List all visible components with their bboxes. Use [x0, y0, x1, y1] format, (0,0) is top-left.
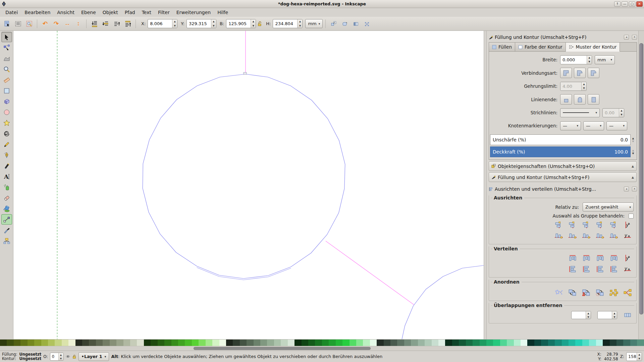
toggle-move-gradients-button[interactable] [351, 18, 361, 29]
palette-swatch[interactable] [267, 340, 274, 346]
menu-filter[interactable]: Filter [155, 9, 173, 16]
palette-swatch[interactable] [603, 340, 609, 346]
palette-swatch[interactable] [254, 340, 260, 346]
toggle-move-patterns-button[interactable] [362, 18, 372, 29]
tab-fill[interactable]: Füllen [489, 43, 515, 51]
palette-swatch[interactable] [507, 340, 514, 346]
distribute-text-anchors-vertical[interactable] [622, 264, 634, 274]
unclump-objects[interactable] [622, 288, 634, 297]
select-all-layers-button[interactable] [13, 18, 23, 29]
cap-round-button[interactable] [574, 94, 586, 105]
tab-stroke-style[interactable]: Muster der Kontur [566, 43, 620, 52]
tool-selector[interactable] [1, 32, 12, 42]
palette-swatch[interactable] [192, 340, 199, 346]
palette-swatch[interactable] [527, 340, 534, 346]
palette-swatch[interactable] [164, 340, 171, 346]
arrange-as-graph[interactable] [553, 288, 565, 297]
deselect-button[interactable] [24, 18, 34, 29]
overlap-v-gap-input[interactable] [598, 311, 612, 319]
tool-paint-bucket[interactable] [1, 203, 12, 214]
palette-swatch[interactable] [260, 340, 267, 346]
menu-bearbeiten[interactable]: Bearbeiten [21, 9, 54, 16]
tool-dropper[interactable] [1, 225, 12, 235]
menu-datei[interactable]: Datei [2, 9, 21, 16]
palette-swatch[interactable] [432, 340, 438, 346]
palette-swatch[interactable] [68, 340, 75, 346]
stroke-width-input[interactable] [560, 56, 587, 64]
dash-offset-spinner[interactable]: ▲▼ [619, 109, 624, 117]
opacity-slider[interactable]: Deckkraft (%)100.0 [490, 146, 631, 157]
marker-end-dropdown[interactable]: —▾ [606, 121, 627, 130]
palette-swatch[interactable] [356, 340, 363, 346]
distribute-equal-horizontal-gaps[interactable] [608, 253, 620, 263]
tool-node-editor[interactable] [1, 43, 12, 53]
join-round-button[interactable] [574, 68, 586, 78]
zoom-spinner[interactable]: ▲▼ [637, 353, 642, 361]
align-text-anchors-horizontal[interactable] [622, 231, 634, 241]
blur-slider[interactable]: Unschärfe (%)0.0 [490, 134, 631, 145]
miter-limit-input[interactable] [560, 82, 581, 90]
menu-hilfe[interactable]: Hilfe [214, 9, 231, 16]
raise-to-top-button[interactable] [122, 18, 133, 29]
palette-swatch[interactable] [425, 340, 431, 346]
x-input[interactable] [148, 19, 172, 28]
palette-swatch[interactable] [534, 340, 541, 346]
palette-swatch[interactable] [596, 340, 603, 346]
palette-swatch[interactable] [137, 340, 144, 346]
palette-swatch[interactable] [247, 340, 253, 346]
tool-text[interactable]: A [1, 171, 12, 182]
layer-dropdown[interactable]: •Layer 1▾ [78, 352, 109, 361]
dock-scrollbar-thumb[interactable] [639, 43, 643, 315]
stroke-width-spinner[interactable]: ▲▼ [587, 56, 592, 64]
palette-swatch[interactable] [199, 340, 205, 346]
dock-splitter[interactable] [484, 31, 487, 339]
tool-pencil[interactable] [1, 139, 12, 149]
palette-swatch[interactable] [521, 340, 527, 346]
dash-pattern-dropdown[interactable]: ▾ [560, 108, 600, 117]
palette-swatch[interactable] [473, 340, 479, 346]
palette-swatch[interactable] [390, 340, 397, 346]
tool-measure[interactable] [1, 75, 12, 85]
tab-stroke-color[interactable]: Farbe der Kontur [515, 43, 566, 51]
palette-swatch[interactable] [480, 340, 486, 346]
lower-to-bottom-button[interactable] [89, 18, 100, 29]
palette-swatch[interactable] [342, 340, 349, 346]
distribute-centers-horizontally[interactable] [580, 253, 592, 263]
maximize-button[interactable]: ▢ [629, 1, 635, 7]
palette-swatch[interactable] [302, 340, 308, 346]
lower-button[interactable] [100, 18, 111, 29]
align-right-to-left-of-anchor[interactable] [553, 220, 565, 230]
palette-swatch[interactable] [281, 340, 287, 346]
palette-swatch[interactable] [158, 340, 164, 346]
menu-objekt[interactable]: Objekt [99, 9, 121, 16]
menu-pfad[interactable]: Pfad [121, 9, 139, 16]
palette-swatch[interactable] [610, 340, 616, 346]
tool-rectangle[interactable] [1, 85, 12, 96]
palette-swatch[interactable] [562, 340, 569, 346]
object-opacity-spinner[interactable]: ▲▼ [58, 353, 63, 360]
palette-swatch[interactable] [219, 340, 226, 346]
align-top-edges[interactable] [567, 231, 579, 241]
unit-dropdown[interactable]: mm▾ [305, 19, 323, 28]
tool-spiral[interactable] [1, 128, 12, 139]
palette-swatch[interactable] [322, 340, 329, 346]
palette-swatch[interactable] [240, 340, 247, 346]
palette-swatch[interactable] [41, 340, 48, 346]
palette-swatch[interactable] [34, 340, 41, 346]
palette-swatch[interactable] [616, 340, 623, 346]
minimize-button[interactable]: — [622, 1, 628, 7]
palette-swatch[interactable] [151, 340, 157, 346]
palette-swatch[interactable] [350, 340, 356, 346]
close-button[interactable]: ✕ [636, 1, 643, 7]
palette-swatch[interactable] [377, 340, 383, 346]
align-bottom-to-top-of-anchor[interactable] [553, 231, 565, 241]
tool-connector[interactable] [1, 236, 12, 246]
dash-offset-input[interactable] [603, 109, 619, 117]
palette-swatch[interactable] [438, 340, 445, 346]
rotate-cw-button[interactable]: ↷ [51, 18, 61, 29]
join-miter-button[interactable] [560, 68, 572, 78]
palette-swatch[interactable] [582, 340, 589, 346]
marker-mid-dropdown[interactable]: —▾ [583, 121, 604, 130]
panel-detach-button[interactable]: ◂ [624, 187, 629, 191]
palette-swatch[interactable] [363, 340, 370, 346]
